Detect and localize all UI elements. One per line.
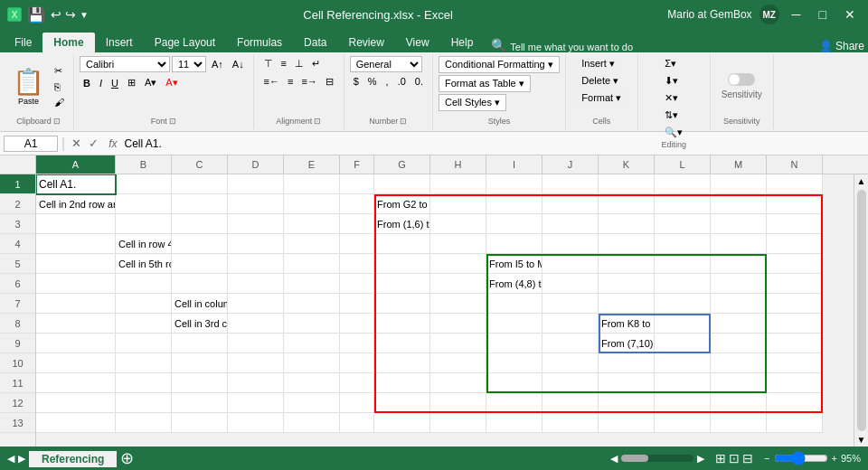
cell-b9[interactable] bbox=[116, 334, 172, 353]
cell-d12[interactable] bbox=[228, 393, 284, 413]
font-family-select[interactable]: Calibri bbox=[80, 56, 170, 72]
cell-a2[interactable]: Cell in 2nd row and 1st column [A2]. bbox=[36, 194, 116, 214]
cell-b5[interactable]: Cell in 5th row and 2nd column [B5]. bbox=[116, 254, 172, 274]
cell-d10[interactable] bbox=[228, 353, 284, 373]
cell-h8[interactable] bbox=[430, 314, 486, 334]
cell-g12[interactable] bbox=[374, 393, 430, 413]
zoom-in-icon[interactable]: + bbox=[832, 453, 837, 464]
col-header-i[interactable]: I bbox=[486, 155, 542, 174]
scroll-left-icon[interactable]: ◀ bbox=[7, 453, 14, 465]
cell-d1[interactable] bbox=[228, 174, 284, 194]
cell-i6[interactable]: From (4,8) to (10,12) bbox=[486, 274, 542, 294]
cell-d11[interactable] bbox=[228, 373, 284, 393]
tab-file[interactable]: File bbox=[4, 33, 42, 52]
cell-d3[interactable] bbox=[228, 214, 284, 234]
cell-g7[interactable] bbox=[374, 294, 430, 314]
cell-f11[interactable] bbox=[340, 373, 374, 393]
cell-f12[interactable] bbox=[340, 393, 374, 413]
tab-data[interactable]: Data bbox=[293, 33, 337, 52]
share-btn[interactable]: 👤 Share bbox=[819, 40, 864, 52]
add-sheet-icon[interactable]: ⊕ bbox=[120, 448, 134, 468]
cell-m13[interactable] bbox=[711, 413, 767, 433]
cell-j7[interactable] bbox=[542, 294, 599, 314]
cell-b11[interactable] bbox=[116, 373, 172, 393]
row-num-7[interactable]: 7 bbox=[0, 294, 35, 314]
page-break-icon[interactable]: ⊟ bbox=[742, 451, 753, 465]
cell-b1[interactable] bbox=[116, 174, 172, 194]
row-num-10[interactable]: 10 bbox=[0, 353, 35, 373]
cell-h12[interactable] bbox=[430, 393, 486, 413]
cell-c6[interactable] bbox=[172, 274, 228, 294]
cell-e4[interactable] bbox=[284, 234, 340, 254]
format-button[interactable]: Format ▾ bbox=[577, 90, 626, 106]
accounting-icon[interactable]: $ bbox=[350, 74, 363, 89]
cell-reference-input[interactable] bbox=[4, 136, 58, 152]
customize-icon[interactable]: ▼ bbox=[80, 10, 89, 20]
cell-e3[interactable] bbox=[284, 214, 340, 234]
cell-n1[interactable] bbox=[767, 174, 823, 194]
cell-f5[interactable] bbox=[340, 254, 374, 274]
cell-m4[interactable] bbox=[711, 234, 767, 254]
h-scroll-left[interactable]: ◀ bbox=[610, 453, 618, 465]
col-header-c[interactable]: C bbox=[172, 155, 228, 174]
cell-f8[interactable] bbox=[340, 314, 374, 334]
format-painter-icon[interactable]: 🖌 bbox=[51, 95, 68, 109]
cell-e10[interactable] bbox=[284, 353, 340, 373]
scroll-right-icon[interactable]: ▶ bbox=[18, 453, 25, 465]
zoom-out-icon[interactable]: − bbox=[764, 453, 769, 464]
number-format-select[interactable]: General bbox=[350, 56, 422, 72]
cell-d4[interactable] bbox=[228, 234, 284, 254]
h-scroll-right[interactable]: ▶ bbox=[697, 453, 704, 465]
page-layout-icon[interactable]: ⊡ bbox=[729, 451, 740, 465]
cell-c9[interactable] bbox=[172, 334, 228, 353]
cell-l12[interactable] bbox=[655, 393, 711, 413]
cell-n2[interactable] bbox=[767, 194, 823, 214]
cell-e9[interactable] bbox=[284, 334, 340, 353]
cell-k8[interactable]: From K8 to L9 bbox=[599, 314, 655, 334]
cell-i11[interactable] bbox=[486, 373, 542, 393]
delete-button[interactable]: Delete ▾ bbox=[577, 73, 623, 89]
row-num-2[interactable]: 2 bbox=[0, 194, 35, 214]
cell-d9[interactable] bbox=[228, 334, 284, 353]
cell-f9[interactable] bbox=[340, 334, 374, 353]
cell-k5[interactable] bbox=[599, 254, 655, 274]
sensitivity-toggle[interactable] bbox=[728, 73, 755, 86]
cell-h3[interactable] bbox=[430, 214, 486, 234]
cell-i1[interactable] bbox=[486, 174, 542, 194]
cell-m1[interactable] bbox=[711, 174, 767, 194]
cell-j3[interactable] bbox=[542, 214, 599, 234]
cell-m7[interactable] bbox=[711, 294, 767, 314]
cell-f13[interactable] bbox=[340, 413, 374, 433]
cell-f10[interactable] bbox=[340, 353, 374, 373]
close-btn[interactable]: ✕ bbox=[839, 5, 861, 24]
cell-m11[interactable] bbox=[711, 373, 767, 393]
cell-i2[interactable] bbox=[486, 194, 542, 214]
cell-n5[interactable] bbox=[767, 254, 823, 274]
cell-e12[interactable] bbox=[284, 393, 340, 413]
row-num-13[interactable]: 13 bbox=[0, 413, 35, 433]
sum-icon[interactable]: Σ▾ bbox=[661, 56, 680, 71]
cell-g4[interactable] bbox=[374, 234, 430, 254]
cell-l9[interactable] bbox=[655, 334, 711, 353]
align-right-icon[interactable]: ≡→ bbox=[297, 74, 320, 89]
cell-m6[interactable] bbox=[711, 274, 767, 294]
row-num-11[interactable]: 11 bbox=[0, 373, 35, 393]
format-as-table-button[interactable]: Format as Table ▾ bbox=[439, 75, 531, 92]
cell-a11[interactable] bbox=[36, 373, 116, 393]
cell-g13[interactable] bbox=[374, 413, 430, 433]
align-bottom-icon[interactable]: ⊥ bbox=[291, 56, 307, 71]
row-num-8[interactable]: 8 bbox=[0, 314, 35, 334]
font-expand-icon[interactable]: ⊡ bbox=[169, 117, 176, 126]
cell-g9[interactable] bbox=[374, 334, 430, 353]
sort-filter-icon[interactable]: ⇅▾ bbox=[661, 108, 682, 123]
cell-c12[interactable] bbox=[172, 393, 228, 413]
undo-icon[interactable]: ↩ bbox=[51, 7, 61, 22]
insert-button[interactable]: Insert ▾ bbox=[577, 56, 619, 71]
cell-k2[interactable] bbox=[599, 194, 655, 214]
row-num-6[interactable]: 6 bbox=[0, 274, 35, 294]
cell-b4[interactable]: Cell in row 4 and column B [B4]. bbox=[116, 234, 172, 254]
cell-b2[interactable] bbox=[116, 194, 172, 214]
cell-e8[interactable] bbox=[284, 314, 340, 334]
sheet-tab-referencing[interactable]: Referencing bbox=[29, 449, 117, 467]
cell-k9[interactable]: From (7,10) to (8,11) bbox=[599, 334, 655, 353]
